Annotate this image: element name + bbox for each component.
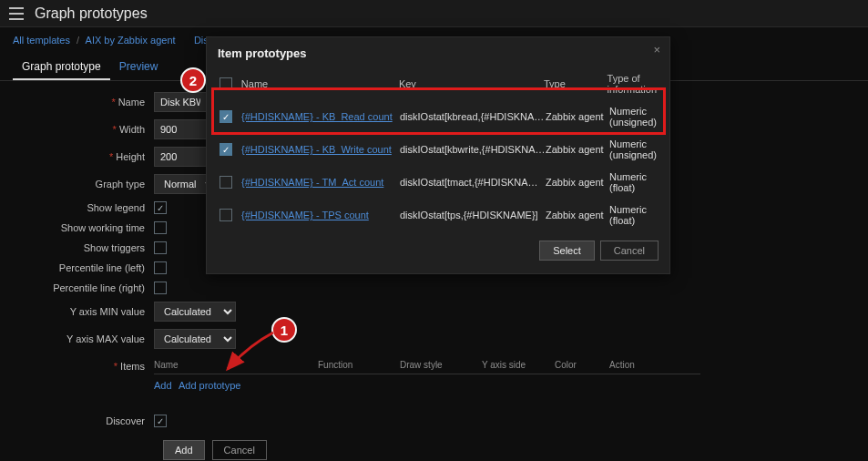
menu-icon[interactable] (9, 7, 24, 20)
modal-row-type: Zabbix agent (546, 210, 609, 220)
topbar: Graph prototypes (0, 0, 868, 27)
yaxis-min-label: Y axis MIN value (13, 306, 154, 317)
breadcrumb-aix[interactable]: AIX by Zabbix agent (86, 35, 176, 46)
percentile-left-label: Percentile line (left) (13, 262, 154, 273)
modal-row: {#HDISKNAME} - KB_Write countdiskIOstat[… (218, 133, 659, 166)
modal-row-key: diskIOstat[kbread,{#HDISKNAME}] (400, 111, 546, 122)
modal-row-checkbox[interactable] (220, 110, 232, 123)
show-triggers-label: Show triggers (13, 242, 154, 253)
percentile-right-checkbox[interactable] (154, 282, 167, 294)
modal-close-icon[interactable]: × (653, 43, 660, 56)
items-col-draw: Draw style (400, 360, 482, 370)
modal-header-row: Name Key Type Type of information (218, 67, 659, 100)
modal-select-all-checkbox[interactable] (220, 77, 232, 90)
discover-label: Discover (13, 415, 154, 426)
items-col-color: Color (555, 360, 609, 370)
yaxis-max-select[interactable]: Calculated (154, 329, 236, 349)
items-table-header: Name Function Draw style Y axis side Col… (154, 356, 700, 374)
form-cancel-button[interactable]: Cancel (212, 440, 267, 460)
modal-row-checkbox[interactable] (220, 176, 232, 189)
item-prototypes-modal: × Item prototypes Name Key Type Type of … (206, 36, 670, 274)
tab-preview[interactable]: Preview (110, 53, 168, 80)
modal-row-name[interactable]: {#HDISKNAME} - TM_Act count (241, 177, 400, 188)
modal-cancel-button[interactable]: Cancel (600, 241, 659, 261)
yaxis-max-label: Y axis MAX value (13, 333, 154, 344)
modal-row-checkbox[interactable] (220, 143, 232, 156)
items-col-yaxis: Y axis side (482, 360, 555, 370)
modal-row-type: Zabbix agent (546, 144, 609, 155)
show-triggers-checkbox[interactable] (154, 241, 167, 254)
modal-row-info: Numeric (unsigned) (609, 138, 657, 160)
modal-col-info: Type of information (608, 73, 657, 95)
modal-row-type: Zabbix agent (546, 111, 609, 122)
modal-row-key: diskIOstat[tps,{#HDISKNAME}] (400, 210, 546, 220)
modal-col-key: Key (399, 78, 544, 89)
modal-footer: Select Cancel (218, 241, 659, 261)
items-col-name: Name (154, 360, 318, 370)
name-input[interactable] (154, 92, 207, 112)
modal-col-name: Name (241, 78, 399, 89)
show-working-time-label: Show working time (13, 222, 154, 233)
name-label: *Name (13, 97, 154, 108)
yaxis-min-select[interactable]: Calculated (154, 302, 236, 322)
show-legend-label: Show legend (13, 202, 154, 213)
percentile-right-label: Percentile line (right) (13, 282, 154, 293)
items-col-function: Function (318, 360, 400, 370)
modal-title: Item prototypes (218, 46, 659, 67)
modal-row: {#HDISKNAME} - TM_Act countdiskIOstat[tm… (218, 166, 659, 199)
modal-row-name[interactable]: {#HDISKNAME} - KB_Read count (241, 111, 400, 122)
modal-row-checkbox[interactable] (220, 209, 232, 221)
items-col-action: Action (609, 360, 664, 370)
form-buttons: Add Cancel (163, 440, 868, 460)
breadcrumb-sep (179, 35, 191, 46)
show-working-time-checkbox[interactable] (154, 221, 167, 234)
items-add-prototype-link[interactable]: Add prototype (179, 380, 241, 391)
modal-row-info: Numeric (float) (609, 204, 657, 226)
items-table: Name Function Draw style Y axis side Col… (154, 356, 700, 396)
modal-row-type: Zabbix agent (546, 177, 609, 188)
modal-row-info: Numeric (unsigned) (609, 106, 657, 128)
percentile-left-checkbox[interactable] (154, 261, 167, 274)
form-add-button[interactable]: Add (163, 440, 205, 460)
items-links: Add Add prototype (154, 374, 700, 396)
items-add-link[interactable]: Add (154, 380, 172, 391)
modal-row-key: diskIOstat[tmact,{#HDISKNAME}] (400, 177, 546, 188)
height-label: *Height (13, 151, 154, 162)
height-input[interactable] (154, 147, 209, 167)
modal-col-type: Type (544, 78, 608, 89)
items-label: *Items (13, 356, 154, 372)
modal-row-name[interactable]: {#HDISKNAME} - KB_Write count (241, 144, 400, 155)
graph-type-label: Graph type (13, 179, 154, 190)
modal-row-name[interactable]: {#HDISKNAME} - TPS count (241, 210, 400, 220)
breadcrumb-sep: / (73, 35, 83, 46)
width-label: *Width (13, 124, 154, 135)
modal-row-info: Numeric (float) (609, 171, 657, 193)
show-legend-checkbox[interactable] (154, 201, 167, 214)
width-input[interactable] (154, 119, 209, 139)
modal-row: {#HDISKNAME} - KB_Read countdiskIOstat[k… (218, 100, 659, 133)
discover-checkbox[interactable] (154, 415, 167, 427)
tab-graph-prototype[interactable]: Graph prototype (13, 53, 110, 80)
modal-select-button[interactable]: Select (539, 241, 595, 261)
modal-row: {#HDISKNAME} - TPS countdiskIOstat[tps,{… (218, 199, 659, 231)
modal-row-key: diskIOstat[kbwrite,{#HDISKNAME}] (400, 144, 546, 155)
page-title: Graph prototypes (35, 5, 148, 22)
breadcrumb-all-templates[interactable]: All templates (13, 35, 70, 46)
